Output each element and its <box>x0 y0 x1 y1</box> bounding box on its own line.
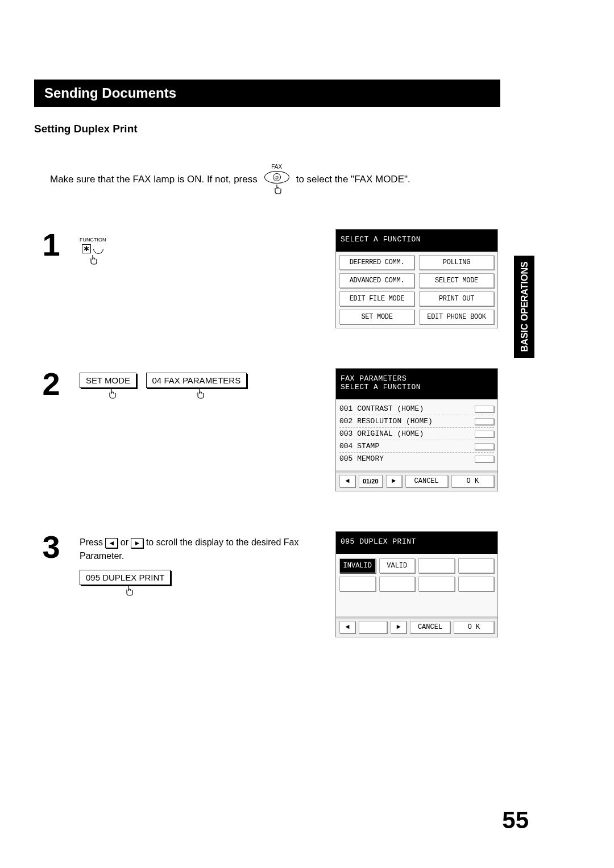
step3-text1: Press <box>80 537 105 547</box>
press-hand-icon <box>193 389 206 399</box>
arrow-left-icon: ◄ <box>345 623 349 631</box>
page-title: Sending Documents <box>34 80 500 107</box>
arc-icon <box>92 241 106 256</box>
list-item-value-box <box>475 418 494 425</box>
step-2: 2 SET MODE 04 FAX PARAMETERS FAX PARAMET… <box>34 368 500 491</box>
lcd2-page-indicator: 01/20 <box>359 475 383 487</box>
lcd2-cancel-button[interactable]: CANCEL <box>405 475 448 487</box>
lcd3-ok-button[interactable]: O K <box>454 621 494 633</box>
lcd2-next-button[interactable]: ► <box>386 475 402 487</box>
step-1-number: 1 <box>34 229 68 261</box>
page-subtitle: Setting Duplex Print <box>34 123 500 135</box>
lcd3-opt-empty <box>339 577 376 591</box>
section-tab-label: BASIC OPERATIONS <box>519 262 529 352</box>
step-3-number: 3 <box>34 531 68 563</box>
list-item-value-box <box>475 456 494 462</box>
lcd3-opt-empty <box>418 577 455 591</box>
list-item-value-box <box>475 431 494 437</box>
lcd3-spacer <box>359 621 387 633</box>
step-2-number: 2 <box>34 368 68 400</box>
lcd3-prev-button[interactable]: ◄ <box>339 621 355 633</box>
lcd2-header: FAX PARAMETERS SELECT A FUNCTION <box>336 369 497 399</box>
lcd3-opt-empty <box>458 577 495 591</box>
lcd3-opt-empty <box>418 558 455 573</box>
fax-button-icon: FAX @ <box>264 164 289 195</box>
lcd1-opt-polling[interactable]: POLLING <box>419 255 494 270</box>
list-item-label: 005 MEMORY <box>339 454 384 463</box>
lcd3-opt-empty <box>458 558 495 573</box>
lcd1-opt-editfile[interactable]: EDIT FILE MODE <box>339 291 414 306</box>
lcd3-opt-empty <box>379 577 416 591</box>
set-mode-button[interactable]: SET MODE <box>80 373 136 388</box>
list-item-label: 002 RESOLUTION (HOME) <box>339 417 433 425</box>
press-hand-icon <box>86 255 99 265</box>
lcd2-header-line2: SELECT A FUNCTION <box>341 383 493 391</box>
intro-text: Make sure that the FAX lamp is ON. If no… <box>50 164 500 195</box>
press-hand-icon <box>105 389 118 399</box>
lcd2-ok-button[interactable]: O K <box>451 475 494 487</box>
lcd2-header-line1: FAX PARAMETERS <box>341 374 493 383</box>
press-hand-icon <box>122 586 135 596</box>
lcd3-opt-valid[interactable]: VALID <box>379 558 416 573</box>
intro-part2: to select the "FAX MODE". <box>296 174 410 185</box>
lcd1-opt-printout[interactable]: PRINT OUT <box>419 291 494 306</box>
lcd3-header: 095 DUPLEX PRINT <box>336 532 497 554</box>
lcd1-header: SELECT A FUNCTION <box>336 229 497 252</box>
function-key-icon: FUNCTION ✱ <box>80 237 106 265</box>
lcd1-opt-selectmode[interactable]: SELECT MODE <box>419 273 494 288</box>
lcd3-next-button[interactable]: ► <box>391 621 406 633</box>
lcd3-opt-invalid[interactable]: INVALID <box>339 558 376 573</box>
list-item-value-box <box>475 443 494 450</box>
duplex-print-button[interactable]: 095 DUPLEX PRINT <box>80 570 171 585</box>
list-item[interactable]: 004 STAMP <box>339 440 494 453</box>
list-item[interactable]: 003 ORIGINAL (HOME) <box>339 428 494 440</box>
function-key-label: FUNCTION <box>80 237 106 243</box>
step-3: 3 Press ◄ or ► to scroll the display to … <box>34 531 500 637</box>
section-tab: BASIC OPERATIONS <box>514 256 534 358</box>
lcd1-opt-setmode[interactable]: SET MODE <box>339 310 414 324</box>
arrow-right-icon: ► <box>134 538 141 548</box>
lcd-screen-1: SELECT A FUNCTION DEFERRED COMM. POLLING… <box>335 229 498 328</box>
lcd1-opt-phonebook[interactable]: EDIT PHONE BOOK <box>419 310 494 324</box>
list-item-label: 001 CONTRAST (HOME) <box>339 404 424 413</box>
list-item[interactable]: 001 CONTRAST (HOME) <box>339 403 494 415</box>
list-item-value-box <box>475 406 494 412</box>
lcd-screen-3: 095 DUPLEX PRINT INVALID VALID ◄ <box>335 531 498 637</box>
step3-text2: or <box>121 537 131 547</box>
arrow-left-icon: ◄ <box>345 477 349 485</box>
arrow-right-key[interactable]: ► <box>131 538 143 548</box>
lcd1-opt-advanced[interactable]: ADVANCED COMM. <box>339 273 414 288</box>
list-item-label: 003 ORIGINAL (HOME) <box>339 429 424 438</box>
fax-button-label: FAX <box>271 164 282 170</box>
step3-instruction: Press ◄ or ► to scroll the display to th… <box>80 536 324 563</box>
lcd1-opt-deferred[interactable]: DEFERRED COMM. <box>339 255 414 270</box>
asterisk-icon: ✱ <box>82 244 91 253</box>
list-item-label: 004 STAMP <box>339 442 379 450</box>
arrow-left-key[interactable]: ◄ <box>105 538 118 548</box>
intro-part1: Make sure that the FAX lamp is ON. If no… <box>50 174 258 185</box>
arrow-right-icon: ► <box>392 477 396 485</box>
arrow-right-icon: ► <box>396 623 400 631</box>
step-1: 1 FUNCTION ✱ SELECT A FUNCTION DEFER <box>34 229 500 328</box>
lcd3-cancel-button[interactable]: CANCEL <box>410 621 450 633</box>
lcd2-prev-button[interactable]: ◄ <box>339 475 355 487</box>
lcd-screen-2: FAX PARAMETERS SELECT A FUNCTION 001 CON… <box>335 368 498 491</box>
page-number: 55 <box>502 807 529 834</box>
list-item[interactable]: 005 MEMORY <box>339 453 494 465</box>
list-item[interactable]: 002 RESOLUTION (HOME) <box>339 415 494 428</box>
fax-parameters-button[interactable]: 04 FAX PARAMETERS <box>146 373 247 388</box>
arrow-left-icon: ◄ <box>108 538 115 548</box>
press-hand-icon <box>271 185 283 195</box>
